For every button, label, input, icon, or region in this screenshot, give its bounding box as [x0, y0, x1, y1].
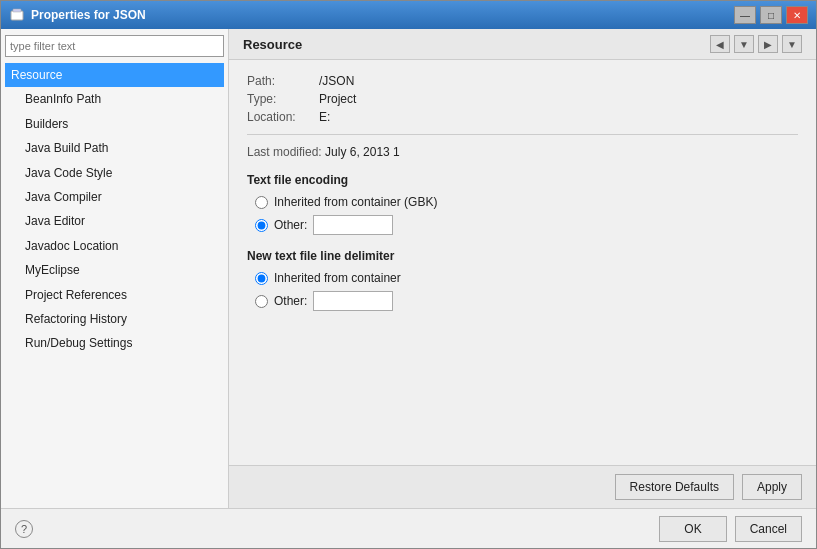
sidebar-item-beaninfo[interactable]: BeanInfo Path [5, 87, 224, 111]
sidebar-item-refactoring[interactable]: Refactoring History [5, 307, 224, 331]
sidebar: Resource BeanInfo Path Builders Java Bui… [1, 29, 229, 508]
filter-input[interactable] [5, 35, 224, 57]
inherited-container-row: Inherited from container [255, 271, 798, 285]
forward-button[interactable]: ▶ [758, 35, 778, 53]
type-value: Project [319, 92, 356, 106]
sidebar-item-myeclipse[interactable]: MyEclipse [5, 258, 224, 282]
maximize-button[interactable]: □ [760, 6, 782, 24]
main-panel: Resource ◀ ▼ ▶ ▼ Path: /JSON Type: Proje… [229, 29, 816, 508]
other-delimiter-label: Other: [274, 294, 307, 308]
panel-footer: Restore Defaults Apply [229, 465, 816, 508]
panel-header: Resource ◀ ▼ ▶ ▼ [229, 29, 816, 60]
inherited-container-label: Inherited from container [274, 271, 401, 285]
window-title: Properties for JSON [31, 8, 734, 22]
path-label: Path: [247, 74, 319, 88]
cancel-button[interactable]: Cancel [735, 516, 802, 542]
inherited-gbk-label: Inherited from container (GBK) [274, 195, 437, 209]
main-content: Resource BeanInfo Path Builders Java Bui… [1, 29, 816, 508]
other-delimiter-input[interactable] [313, 291, 393, 311]
last-modified-row: Last modified: July 6, 2013 1 [247, 145, 798, 159]
sidebar-item-javadoc[interactable]: Javadoc Location [5, 234, 224, 258]
inherited-container-radio[interactable] [255, 272, 268, 285]
location-label: Location: [247, 110, 319, 124]
svg-rect-0 [11, 11, 23, 20]
sidebar-item-run-debug[interactable]: Run/Debug Settings [5, 331, 224, 355]
other-encoding-label: Other: [274, 218, 307, 232]
help-button[interactable]: ? [15, 520, 33, 538]
sidebar-item-project-references[interactable]: Project References [5, 283, 224, 307]
sidebar-item-builders[interactable]: Builders [5, 112, 224, 136]
last-modified-label: Last modified: [247, 145, 322, 159]
panel-title: Resource [243, 37, 302, 52]
bottom-right: OK Cancel [659, 516, 802, 542]
panel-content: Path: /JSON Type: Project Location: E: L… [229, 60, 816, 465]
inherited-gbk-row: Inherited from container (GBK) [255, 195, 798, 209]
other-encoding-radio[interactable] [255, 219, 268, 232]
apply-button[interactable]: Apply [742, 474, 802, 500]
nav-buttons: ◀ ▼ ▶ ▼ [710, 35, 802, 53]
title-bar: Properties for JSON — □ ✕ [1, 1, 816, 29]
dropdown-button[interactable]: ▼ [734, 35, 754, 53]
sidebar-item-java-code-style[interactable]: Java Code Style [5, 161, 224, 185]
other-encoding-input[interactable] [313, 215, 393, 235]
line-delimiter-title: New text file line delimiter [247, 249, 798, 263]
path-row: Path: /JSON [247, 74, 798, 88]
sidebar-item-resource[interactable]: Resource [5, 63, 224, 87]
bottom-left: ? [15, 520, 33, 538]
window-controls: — □ ✕ [734, 6, 808, 24]
back-button[interactable]: ◀ [710, 35, 730, 53]
window-icon [9, 7, 25, 23]
svg-rect-1 [13, 9, 21, 12]
delimiter-radio-group: Inherited from container Other: [247, 271, 798, 311]
path-value: /JSON [319, 74, 354, 88]
sidebar-item-java-compiler[interactable]: Java Compiler [5, 185, 224, 209]
other-delimiter-radio[interactable] [255, 295, 268, 308]
type-label: Type: [247, 92, 319, 106]
ok-button[interactable]: OK [659, 516, 726, 542]
divider [247, 134, 798, 135]
bottom-bar: ? OK Cancel [1, 508, 816, 548]
close-button[interactable]: ✕ [786, 6, 808, 24]
other-encoding-row: Other: [255, 215, 798, 235]
type-row: Type: Project [247, 92, 798, 106]
other-delimiter-row: Other: [255, 291, 798, 311]
minimize-button[interactable]: — [734, 6, 756, 24]
text-encoding-title: Text file encoding [247, 173, 798, 187]
properties-dialog: Properties for JSON — □ ✕ Resource BeanI… [0, 0, 817, 549]
last-modified-value: July 6, 2013 1 [325, 145, 400, 159]
location-value: E: [319, 110, 330, 124]
sidebar-item-java-editor[interactable]: Java Editor [5, 209, 224, 233]
restore-defaults-button[interactable]: Restore Defaults [615, 474, 734, 500]
location-row: Location: E: [247, 110, 798, 124]
encoding-radio-group: Inherited from container (GBK) Other: [247, 195, 798, 235]
menu-button[interactable]: ▼ [782, 35, 802, 53]
sidebar-item-java-build-path[interactable]: Java Build Path [5, 136, 224, 160]
inherited-gbk-radio[interactable] [255, 196, 268, 209]
